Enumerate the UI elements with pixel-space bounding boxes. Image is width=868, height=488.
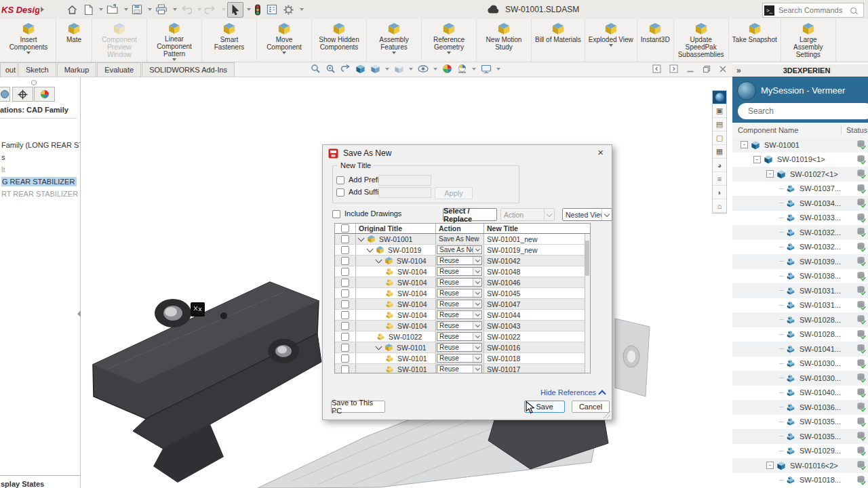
- component-search-box[interactable]: [738, 103, 868, 119]
- tab-out[interactable]: out: [0, 62, 18, 77]
- tab-evaluate[interactable]: Evaluate: [97, 62, 141, 77]
- save-caret[interactable]: [148, 8, 152, 11]
- move-component-button[interactable]: Move Component: [257, 19, 312, 62]
- include-drawings-checkbox[interactable]: [332, 210, 340, 218]
- logo-expand-icon[interactable]: [41, 7, 44, 12]
- new-title-cell[interactable]: SW-01047: [484, 299, 585, 309]
- search-icon[interactable]: [850, 7, 856, 14]
- action-combo[interactable]: Save As New: [437, 245, 482, 254]
- appearances-icon[interactable]: ◕: [713, 159, 726, 172]
- instant3d-button[interactable]: Instant3D: [637, 19, 674, 62]
- close-viewport-icon[interactable]: [719, 65, 727, 73]
- view-orientation-icon[interactable]: [370, 64, 380, 74]
- hide-show-items-icon[interactable]: [418, 64, 429, 73]
- tree-row-sw-01041[interactable]: SW-01041...: [732, 342, 868, 357]
- tree-row-sw-01019-1[interactable]: -SW-01019<1>: [732, 152, 868, 167]
- row-checkbox[interactable]: [341, 333, 349, 341]
- design-library-icon[interactable]: ▤: [713, 118, 726, 131]
- new-title-cell[interactable]: SW-01046: [484, 277, 585, 287]
- new-title-cell[interactable]: SW-01018: [484, 353, 585, 363]
- select-replace-button[interactable]: Select / Replace: [443, 208, 497, 221]
- new-title-cell[interactable]: SW-01016: [484, 342, 585, 352]
- tree-row-sw-01032[interactable]: SW-01032...: [732, 240, 868, 255]
- command-search[interactable]: >_: [762, 3, 864, 18]
- action-combo[interactable]: Reuse: [437, 365, 482, 373]
- section-view-icon[interactable]: [355, 64, 366, 74]
- settings-gear-icon[interactable]: [281, 3, 296, 17]
- restore-icon[interactable]: [703, 65, 711, 73]
- print-icon[interactable]: [153, 3, 170, 16]
- new-document-icon[interactable]: [81, 3, 96, 17]
- tree-row-sw-01029[interactable]: SW-01029...: [732, 444, 868, 459]
- compass-avatar-icon[interactable]: [737, 81, 756, 100]
- row-checkbox[interactable]: [341, 365, 349, 373]
- mate-button[interactable]: Mate: [56, 19, 92, 62]
- zoom-to-area-icon[interactable]: [326, 64, 336, 74]
- collapse-expander[interactable]: -: [741, 141, 748, 148]
- exploded-view-button[interactable]: Exploded View: [585, 19, 637, 62]
- tree-row-sw-01032[interactable]: SW-01032...: [732, 225, 868, 240]
- tree-row-sw-01001[interactable]: -SW-01001: [732, 138, 868, 152]
- solidworks-resources-icon[interactable]: ▣: [713, 104, 726, 118]
- bill-of-materials-button[interactable]: Bill of Materials: [532, 19, 585, 62]
- large-assembly-settings-button[interactable]: Large Assembly Settings: [781, 19, 836, 62]
- row-checkbox[interactable]: [341, 311, 349, 319]
- tree-row-sw-01030[interactable]: SW-01030...: [732, 371, 868, 386]
- configuration-manager-tab[interactable]: [12, 87, 33, 102]
- select-tool-caret[interactable]: [247, 8, 251, 11]
- add-suffix-checkbox[interactable]: [336, 188, 344, 197]
- configuration-item[interactable]: s: [1, 153, 5, 161]
- take-snapshot-button[interactable]: Take Snapshot: [729, 19, 781, 62]
- dropdown-caret[interactable]: [282, 52, 286, 54]
- reference-geometry-button[interactable]: Reference Geometry: [422, 19, 477, 62]
- tree-row-sw-01040[interactable]: SW-01040...: [732, 386, 868, 401]
- action-combo[interactable]: Reuse: [437, 354, 482, 363]
- display-style-icon[interactable]: [394, 64, 404, 74]
- collapse-chevron-icon[interactable]: [376, 257, 382, 264]
- select-tool-icon[interactable]: [227, 2, 243, 18]
- action-combo[interactable]: Reuse: [437, 310, 482, 319]
- view-settings-icon[interactable]: [481, 64, 492, 74]
- panel-pin-icon[interactable]: [31, 80, 37, 85]
- forum-icon[interactable]: ◗: [713, 186, 726, 199]
- new-title-cell[interactable]: SW-01045: [484, 288, 585, 298]
- feature-manager-tab[interactable]: [0, 87, 10, 102]
- tree-row-sw-01027-1[interactable]: -SW-01027<1>: [732, 167, 868, 182]
- compass-icon[interactable]: [713, 91, 726, 104]
- smart-fasteners-button[interactable]: Smart Fasteners: [202, 19, 257, 62]
- dialog-close-icon[interactable]: ×: [593, 146, 608, 159]
- row-checkbox[interactable]: [341, 289, 349, 298]
- dropdown-caret[interactable]: [172, 58, 176, 61]
- new-title-cell[interactable]: SW-01001_new: [484, 234, 585, 244]
- update-speedpak-subassemblies-button[interactable]: Update SpeedPak Subassemblies: [674, 19, 729, 62]
- new-title-cell[interactable]: SW-01048: [484, 266, 585, 277]
- panel-splitter-handle[interactable]: [77, 310, 81, 317]
- configuration-item[interactable]: G REAR STABILIZER: [1, 177, 77, 186]
- save-icon[interactable]: [130, 3, 144, 16]
- dialog-resize-grip[interactable]: [604, 411, 610, 418]
- row-checkbox[interactable]: [341, 354, 349, 363]
- configuration-item[interactable]: Family (LONG REAR STAB: [1, 141, 81, 149]
- view-palette-icon[interactable]: ▦: [713, 145, 726, 159]
- collapse-chevron-icon[interactable]: [376, 344, 382, 350]
- open-icon[interactable]: [104, 3, 121, 16]
- options-list-icon[interactable]: [264, 3, 279, 16]
- tree-row-sw-01016-2[interactable]: -SW-01016<2>: [732, 458, 868, 473]
- new-title-column-header[interactable]: New Title: [484, 224, 585, 233]
- row-checkbox[interactable]: [341, 322, 349, 330]
- insert-components-button[interactable]: Insert Components: [1, 19, 56, 62]
- tree-row-sw-01033[interactable]: SW-01033...: [732, 211, 868, 226]
- display-manager-tab[interactable]: [34, 87, 55, 102]
- action-combo[interactable]: Reuse: [437, 343, 482, 352]
- apply-scene-caret[interactable]: [472, 68, 476, 70]
- collapse-chevron-icon[interactable]: [358, 235, 365, 242]
- view-settings-caret[interactable]: [496, 68, 500, 70]
- action-combo[interactable]: Reuse: [437, 300, 482, 308]
- settings-caret[interactable]: [300, 8, 304, 11]
- new-title-cell[interactable]: SW-01017: [484, 364, 585, 373]
- linear-component-pattern-button[interactable]: Linear Component Pattern: [147, 19, 202, 62]
- collapse-expander[interactable]: -: [766, 170, 774, 178]
- custom-properties-icon[interactable]: ≡: [713, 172, 726, 186]
- new-document-caret[interactable]: [99, 8, 103, 11]
- tree-row-sw-01031[interactable]: SW-01031...: [732, 298, 868, 313]
